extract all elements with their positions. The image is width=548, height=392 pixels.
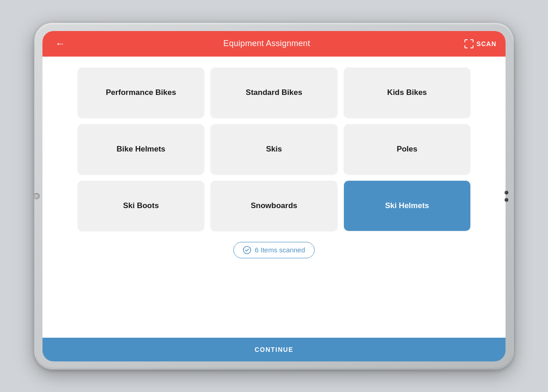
items-scanned-text: 6 Items scanned — [255, 246, 305, 254]
tablet-side-buttons — [505, 191, 508, 202]
category-item-ski-helmets[interactable]: Ski Helmets — [344, 181, 470, 231]
category-item-skis[interactable]: Skis — [211, 124, 337, 174]
app-header: ← Equipment Assignment SCAN — [42, 31, 506, 57]
continue-label: CONTINUE — [254, 346, 293, 353]
category-item-bike-helmets[interactable]: Bike Helmets — [78, 124, 204, 174]
tablet-button-dot-2 — [505, 198, 508, 202]
tablet-frame: ← Equipment Assignment SCAN Performance … — [34, 23, 514, 370]
tablet-screen: ← Equipment Assignment SCAN Performance … — [42, 31, 506, 361]
category-label-skis: Skis — [261, 145, 288, 154]
scan-icon — [464, 39, 474, 48]
category-item-kids-bikes[interactable]: Kids Bikes — [344, 68, 470, 118]
back-button[interactable]: ← — [52, 36, 69, 52]
items-scanned-badge[interactable]: 6 Items scanned — [233, 242, 315, 258]
page-title: Equipment Assignment — [223, 39, 310, 48]
category-label-kids-bikes: Kids Bikes — [382, 88, 432, 97]
svg-point-0 — [243, 246, 251, 254]
category-label-ski-boots: Ski Boots — [117, 201, 164, 210]
category-item-snowboards[interactable]: Snowboards — [211, 181, 337, 231]
category-item-standard-bikes[interactable]: Standard Bikes — [211, 68, 337, 118]
category-label-standard-bikes: Standard Bikes — [240, 88, 308, 97]
main-content: Performance BikesStandard BikesKids Bike… — [42, 57, 506, 338]
category-label-bike-helmets: Bike Helmets — [111, 145, 171, 154]
category-label-snowboards: Snowboards — [245, 201, 303, 210]
tablet-home-button[interactable] — [33, 193, 40, 199]
continue-button[interactable]: CONTINUE — [42, 338, 506, 361]
category-label-performance-bikes: Performance Bikes — [100, 88, 182, 97]
category-label-ski-helmets: Ski Helmets — [379, 201, 434, 210]
category-item-poles[interactable]: Poles — [344, 124, 470, 174]
tablet-button-dot-1 — [505, 191, 508, 194]
category-grid: Performance BikesStandard BikesKids Bike… — [78, 68, 470, 231]
scan-button[interactable]: SCAN — [464, 39, 496, 48]
category-label-poles: Poles — [391, 145, 423, 154]
category-item-performance-bikes[interactable]: Performance Bikes — [78, 68, 204, 118]
check-circle-icon — [243, 246, 251, 254]
category-item-ski-boots[interactable]: Ski Boots — [78, 181, 204, 231]
